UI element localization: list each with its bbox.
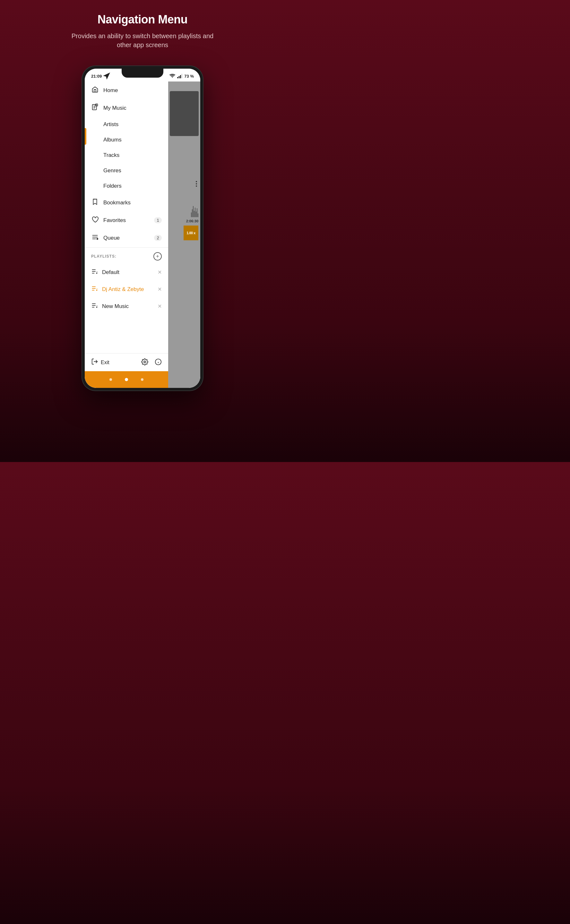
page-title: Navigation Menu xyxy=(98,13,188,26)
nav-item-bookmarks[interactable]: Bookmarks xyxy=(85,194,168,211)
queue-label: Queue xyxy=(103,235,120,241)
playlist-name-new-music: New Music xyxy=(102,303,154,310)
speed-button[interactable]: 1.00 x xyxy=(184,226,198,240)
playlist-close-dj-antiz[interactable]: ✕ xyxy=(158,286,162,292)
add-playlist-button[interactable]: + xyxy=(153,252,162,260)
nav-sub-item-artists[interactable]: Artists xyxy=(85,117,168,132)
home-label: Home xyxy=(103,87,118,94)
nav-sub-item-genres[interactable]: Genres xyxy=(85,163,168,178)
home-icon xyxy=(91,86,99,95)
heart-icon xyxy=(91,216,99,225)
playlist-icon-new-music xyxy=(91,302,98,311)
folders-label: Folders xyxy=(103,183,122,189)
albums-label: Albums xyxy=(103,137,122,143)
playlist-icon-default xyxy=(91,268,98,277)
strip-dot-2 xyxy=(125,378,128,381)
svg-rect-3 xyxy=(180,75,181,78)
svg-rect-4 xyxy=(182,74,182,78)
playlist-close-new-music[interactable]: ✕ xyxy=(158,303,162,309)
phone-notch xyxy=(122,69,163,78)
nav-sub-item-tracks[interactable]: Tracks xyxy=(85,148,168,163)
svg-rect-2 xyxy=(179,76,180,78)
strip-dot-3 xyxy=(141,378,144,381)
info-button[interactable] xyxy=(155,358,162,367)
phone-frame: 21:09 xyxy=(81,66,204,391)
nav-item-queue[interactable]: Queue 2 xyxy=(85,229,168,247)
status-icons: 73 % xyxy=(170,74,194,79)
album-art xyxy=(170,91,199,136)
nav-sub-item-albums[interactable]: Albums xyxy=(85,132,168,148)
playlist-name-default: Default xyxy=(102,269,154,275)
active-indicator-bar xyxy=(85,128,86,145)
svg-point-10 xyxy=(97,238,98,240)
navigation-icon xyxy=(103,72,110,80)
bookmark-icon xyxy=(91,198,99,207)
phone-screen: 21:09 xyxy=(85,69,200,388)
strip-dot-1 xyxy=(109,378,112,381)
battery-text: 73 % xyxy=(184,74,194,79)
playlist-item-default[interactable]: Default ✕ xyxy=(85,264,168,281)
nav-sub-item-folders[interactable]: Folders xyxy=(85,178,168,194)
playlist-icon-dj-antiz xyxy=(91,285,98,294)
signal-icon xyxy=(177,74,182,78)
nav-item-favorites[interactable]: Favorites 1 xyxy=(85,211,168,229)
nav-item-my-music[interactable]: My Music xyxy=(85,99,168,117)
nav-item-home[interactable]: Home xyxy=(85,81,168,99)
svg-rect-1 xyxy=(177,77,178,78)
bottom-right-icons xyxy=(141,358,162,367)
three-dots-menu[interactable] xyxy=(196,181,197,187)
my-music-label: My Music xyxy=(103,105,126,111)
wifi-icon xyxy=(170,74,175,78)
page-subtitle: Provides an ability to switch between pl… xyxy=(66,31,219,49)
player-time: 2:06:30 xyxy=(186,219,198,223)
orange-bottom-strip xyxy=(85,371,168,388)
favorites-label: Favorites xyxy=(103,217,126,223)
genres-label: Genres xyxy=(103,167,121,174)
favorites-badge: 1 xyxy=(154,217,162,223)
bookmarks-label: Bookmarks xyxy=(103,200,130,206)
svg-marker-0 xyxy=(104,73,109,79)
navigation-drawer: Home My Music Artists xyxy=(85,81,200,388)
playlist-name-dj-antiz: Dj Antiz & Zebyte xyxy=(102,286,154,292)
playlists-header: PLAYLISTS: + xyxy=(85,247,168,264)
exit-label: Exit xyxy=(101,360,109,366)
artists-label: Artists xyxy=(103,121,118,128)
queue-badge: 2 xyxy=(154,235,162,241)
exit-icon xyxy=(91,358,98,367)
playlist-item-dj-antiz[interactable]: Dj Antiz & Zebyte ✕ xyxy=(85,281,168,298)
playlists-section-label: PLAYLISTS: xyxy=(91,254,150,259)
settings-button[interactable] xyxy=(141,358,148,367)
svg-point-21 xyxy=(144,361,146,363)
player-panel: 2:06:30 1.00 x xyxy=(168,81,200,388)
playlist-close-default[interactable]: ✕ xyxy=(158,269,162,275)
drawer-menu: Home My Music Artists xyxy=(85,81,168,388)
tracks-label: Tracks xyxy=(103,152,120,159)
exit-button[interactable]: Exit xyxy=(91,358,109,367)
bottom-bar: Exit xyxy=(85,353,168,371)
music-library-icon xyxy=(91,104,99,112)
status-time: 21:09 xyxy=(91,72,110,80)
speed-label: 1.00 x xyxy=(187,231,195,235)
playlist-item-new-music[interactable]: New Music ✕ xyxy=(85,298,168,315)
waveform-display xyxy=(191,206,198,217)
queue-icon xyxy=(91,234,99,242)
